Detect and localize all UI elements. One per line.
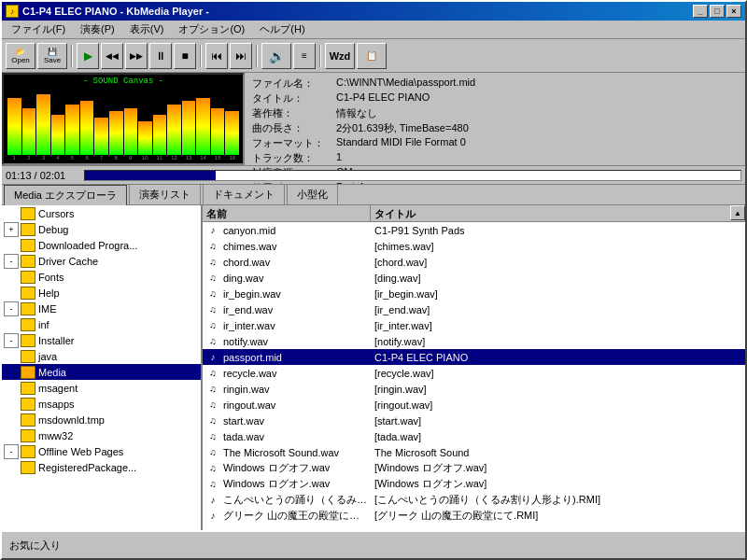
tree-item-14[interactable]: mww32: [2, 427, 201, 443]
file-col-title-header[interactable]: タイトル: [371, 205, 730, 221]
menu-play[interactable]: 演奏(P): [75, 21, 120, 38]
file-row-12[interactable]: ♫start.wav[start.wav]: [203, 413, 745, 428]
extra-button[interactable]: 📋: [357, 43, 387, 69]
vol-button[interactable]: 🔊: [261, 43, 291, 69]
file-row-6[interactable]: ♫ir_inter.wav[ir_inter.wav]: [203, 317, 745, 333]
file-row-16[interactable]: ♫Windows ログオン.wav[Windows ログオン.wav]: [203, 476, 745, 492]
tree-panel[interactable]: Cursors+DebugDownloaded Progra...-Driver…: [2, 205, 203, 530]
tree-item-4[interactable]: Fonts: [2, 269, 201, 285]
file-row-18[interactable]: ♪グリーク 山の魔王の殿堂にて.RMI[グリーク 山の魔王の殿堂にて.RMI]: [203, 508, 745, 524]
tree-expander-10: [4, 365, 19, 380]
tree-item-7[interactable]: inf: [2, 316, 201, 332]
file-icon-4: ♫: [204, 287, 221, 301]
eq-button[interactable]: ≡: [293, 43, 316, 69]
tree-item-8[interactable]: -Installer: [2, 332, 201, 348]
file-row-7[interactable]: ♫notify.wav[notify.wav]: [203, 333, 745, 349]
file-row-0[interactable]: ♪canyon.midC1-P91 Synth Pads: [203, 222, 745, 238]
file-row-1[interactable]: ♫chimes.wav[chimes.wav]: [203, 238, 745, 254]
separator-2: [200, 45, 202, 67]
tree-folder-icon-7: [21, 318, 35, 331]
viz-bar-7: [109, 111, 123, 155]
tree-item-2[interactable]: Downloaded Progra...: [2, 237, 201, 253]
open-button[interactable]: 📂 Open: [6, 43, 35, 69]
viz-num-5: 6: [80, 155, 94, 161]
menu-file[interactable]: ファイル(F): [6, 21, 71, 38]
tree-item-12[interactable]: msapps: [2, 396, 201, 412]
tree-item-16[interactable]: RegisteredPackage...: [2, 459, 201, 475]
tree-item-11[interactable]: msagent: [2, 380, 201, 396]
file-row-5[interactable]: ♫ir_end.wav[ir_end.wav]: [203, 301, 745, 317]
tab-playlist[interactable]: 演奏リスト: [129, 184, 201, 204]
save-button[interactable]: 💾 Save: [37, 43, 67, 69]
menu-view[interactable]: 表示(V): [124, 21, 170, 38]
forward-button[interactable]: ▶▶: [125, 43, 148, 69]
tree-item-5[interactable]: Help: [2, 285, 201, 301]
title-controls: _ □ ×: [693, 5, 741, 18]
file-row-14[interactable]: ♫The Microsoft Sound.wavThe Microsoft So…: [203, 444, 745, 460]
tree-label-2: Downloaded Progra...: [38, 240, 137, 251]
file-row-11[interactable]: ♫ringout.wav[ringout.wav]: [203, 397, 745, 413]
tree-item-1[interactable]: +Debug: [2, 221, 201, 237]
play-button[interactable]: ▶: [77, 43, 99, 69]
file-row-3[interactable]: ♫ding.wav[ding.wav]: [203, 270, 745, 286]
viz-bar-13: [196, 98, 210, 155]
viz-num-9: 10: [138, 155, 152, 161]
file-row-2[interactable]: ♫chord.wav[chord.wav]: [203, 254, 745, 270]
tree-item-3[interactable]: -Driver Cache: [2, 253, 201, 269]
tab-compact[interactable]: 小型化: [287, 184, 338, 204]
file-row-9[interactable]: ♫recycle.wav[recycle.wav]: [203, 365, 745, 381]
file-list[interactable]: ♪canyon.midC1-P91 Synth Pads♫chimes.wav[…: [203, 222, 745, 530]
info-filename-row: ファイル名： C:\WINNT\Media\passport.mid: [252, 77, 738, 91]
tree-expander-1[interactable]: +: [4, 222, 19, 237]
file-icon-15: ♫: [204, 462, 221, 475]
tree-label-3: Driver Cache: [38, 256, 98, 267]
wzd-button[interactable]: Wzd: [325, 43, 355, 69]
tree-item-6[interactable]: -IME: [2, 301, 201, 316]
file-title-2: [chord.wav]: [371, 257, 745, 268]
viz-title: - SOUND Canvas -: [4, 75, 243, 88]
next-track-button[interactable]: ⏭: [230, 43, 252, 69]
file-icon-14: ♫: [204, 446, 221, 459]
file-row-4[interactable]: ♫ir_begin.wav[ir_begin.wav]: [203, 286, 745, 301]
tab-document[interactable]: ドキュメント: [203, 184, 285, 204]
title-bar-left: ♪ C1-P4 ELEC PIANO - KbMedia Player -: [6, 5, 209, 18]
viz-bar-5: [80, 101, 94, 155]
file-row-15[interactable]: ♫Windows ログオフ.wav[Windows ログオフ.wav]: [203, 460, 745, 476]
tree-folder-icon-0: [21, 207, 35, 220]
file-row-13[interactable]: ♫tada.wav[tada.wav]: [203, 428, 745, 444]
close-button[interactable]: ×: [726, 5, 741, 18]
stop-button[interactable]: ■: [174, 43, 196, 69]
file-row-17[interactable]: ♪こんぺいとうの踊り（くるみ割り人形より).RMI[こんぺいとうの踊り（くるみ割…: [203, 492, 745, 508]
file-row-10[interactable]: ♫ringin.wav[ringin.wav]: [203, 381, 745, 397]
file-row-8[interactable]: ♪passport.midC1-P4 ELEC PIANO: [203, 349, 745, 365]
tree-expander-13: [4, 413, 19, 427]
menu-options[interactable]: オプション(O): [173, 21, 250, 38]
tab-media-explorer[interactable]: Media エクスプローラ: [4, 185, 127, 205]
prev-button[interactable]: ◀◀: [101, 43, 123, 69]
viz-bar-0: [7, 98, 21, 155]
maximize-button[interactable]: □: [710, 5, 725, 18]
file-title-4: [ir_begin.wav]: [371, 288, 745, 300]
tree-item-9[interactable]: java: [2, 348, 201, 364]
tree-item-10[interactable]: Media: [2, 364, 201, 380]
minimize-button[interactable]: _: [693, 5, 708, 18]
file-icon-6: ♫: [204, 319, 221, 332]
tree-label-15: Offline Web Pages: [38, 446, 123, 457]
tree-expander-6[interactable]: -: [4, 301, 19, 316]
scroll-top-arrow[interactable]: ▲: [730, 205, 745, 220]
tree-expander-15[interactable]: -: [4, 444, 19, 459]
tree-expander-3[interactable]: -: [4, 254, 19, 269]
tree-expander-8[interactable]: -: [4, 333, 19, 348]
prev-track-button[interactable]: ⏮: [205, 43, 228, 69]
viz-num-2: 3: [36, 155, 50, 161]
tree-item-0[interactable]: Cursors: [2, 205, 201, 221]
file-col-name-header[interactable]: 名前: [203, 205, 371, 221]
tree-item-15[interactable]: -Offline Web Pages: [2, 443, 201, 459]
menu-help[interactable]: ヘルプ(H): [254, 21, 310, 38]
file-name-5: ir_end.wav: [221, 304, 371, 315]
tree-item-13[interactable]: msdownld.tmp: [2, 412, 201, 427]
tree-label-10: Media: [38, 367, 66, 378]
progress-bar[interactable]: [84, 170, 741, 181]
pause-button[interactable]: ⏸: [149, 43, 172, 69]
author-value: 情報なし: [336, 106, 377, 120]
